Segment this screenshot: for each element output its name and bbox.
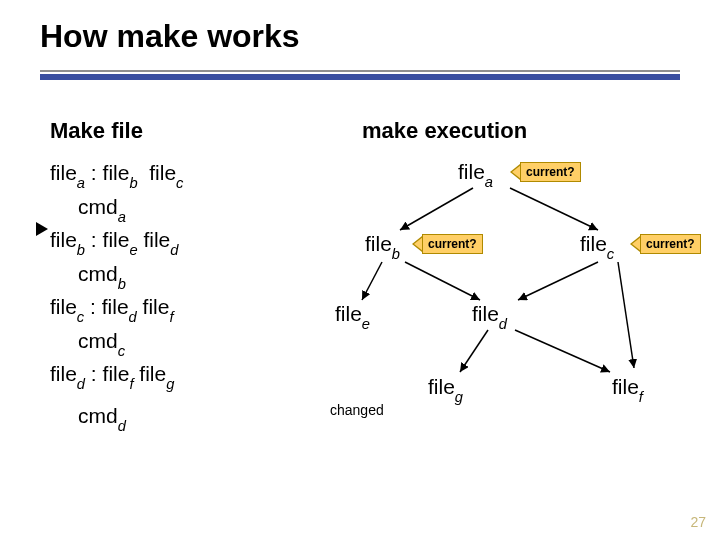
title-rule [40, 70, 680, 80]
cmd-3: cmdd [78, 401, 183, 435]
cmd-2: cmdc [78, 326, 183, 360]
current-label-a: current? [520, 162, 581, 182]
svg-line-7 [460, 330, 488, 372]
node-g: fileg [428, 375, 463, 402]
current-arrow-icon [510, 164, 520, 180]
svg-line-2 [362, 262, 382, 300]
node-f: filef [612, 375, 643, 402]
node-c: filec [580, 232, 614, 259]
svg-line-0 [400, 188, 473, 230]
svg-line-3 [405, 262, 480, 300]
left-heading: Make file [50, 118, 143, 144]
current-label-b: current? [422, 234, 483, 254]
right-heading: make execution [362, 118, 527, 144]
makefile-code: filea : fileb filec cmda fileb : filee f… [50, 158, 183, 434]
svg-line-6 [515, 330, 610, 372]
node-e: filee [335, 302, 370, 329]
node-a: filea [458, 160, 493, 187]
rule-0: filea : fileb filec [50, 158, 183, 192]
svg-line-1 [510, 188, 598, 230]
node-b: fileb [365, 232, 400, 259]
dependency-diagram: filea fileb filec filee filed fileg file… [310, 150, 710, 470]
svg-line-5 [618, 262, 634, 368]
current-arrow-icon [630, 236, 640, 252]
rule-1: fileb : filee filed [50, 225, 183, 259]
node-d: filed [472, 302, 507, 329]
rule-2: filec : filed filef [50, 292, 183, 326]
svg-line-4 [518, 262, 598, 300]
changed-label: changed [330, 402, 384, 418]
cmd-1: cmdb [78, 259, 183, 293]
cursor-marker-icon [36, 222, 48, 236]
slide-title: How make works [40, 18, 300, 55]
cmd-0: cmda [78, 192, 183, 226]
page-number: 27 [690, 514, 706, 530]
rule-3: filed : filef fileg [50, 359, 183, 393]
current-label-c: current? [640, 234, 701, 254]
current-arrow-icon [412, 236, 422, 252]
